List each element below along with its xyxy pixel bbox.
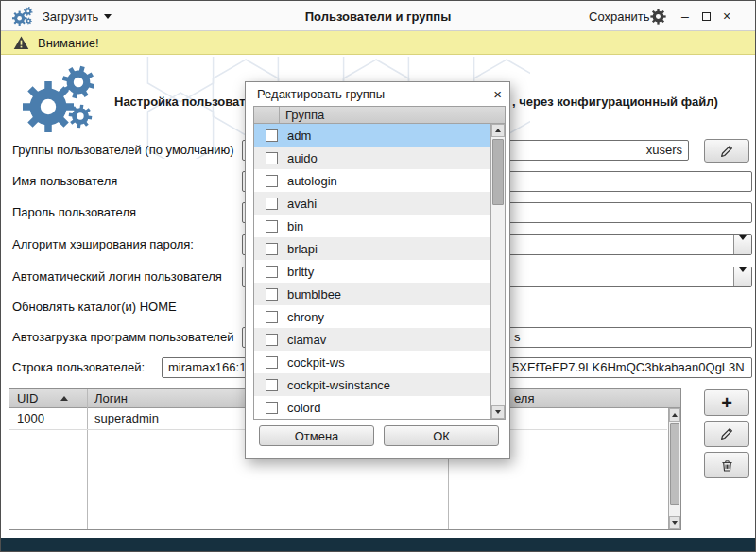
- ok-label: ОК: [433, 429, 450, 443]
- load-button[interactable]: Загрузить: [43, 1, 112, 31]
- ok-button[interactable]: ОК: [384, 425, 499, 446]
- settings-button[interactable]: [649, 1, 667, 31]
- group-row[interactable]: auido: [254, 147, 490, 169]
- minimize-button[interactable]: –: [676, 1, 695, 31]
- label-default-groups: Группы пользователей (по умолчанию): [12, 140, 234, 161]
- group-row[interactable]: chrony: [254, 305, 490, 328]
- app-gears-icon: [10, 1, 34, 31]
- close-icon: ×: [723, 9, 730, 24]
- group-row[interactable]: cockpit-wsinstance: [254, 373, 490, 396]
- group-checkbox[interactable]: [266, 243, 278, 255]
- group-checkbox[interactable]: [266, 379, 278, 391]
- group-checkbox[interactable]: [266, 356, 278, 369]
- hash-algorithm-dropdown-arrow[interactable]: [733, 235, 751, 254]
- group-checkbox[interactable]: [266, 288, 278, 301]
- groups-list: adm auido autologin avahi bin brlapi brl…: [254, 124, 490, 419]
- caret-up-icon: [672, 413, 678, 417]
- load-label: Загрузить: [43, 9, 98, 24]
- big-gears-icon: [16, 63, 99, 138]
- group-row[interactable]: colord: [254, 396, 490, 419]
- minimize-icon: –: [681, 9, 689, 24]
- table-vertical-scrollbar[interactable]: [668, 408, 680, 529]
- group-name: brltty: [287, 265, 314, 279]
- group-row[interactable]: adm: [254, 124, 490, 147]
- pencil-icon: [718, 425, 735, 442]
- header-login[interactable]: Логин: [94, 389, 128, 408]
- cancel-label: Отмена: [295, 429, 339, 443]
- label-password: Пароль пользователя: [12, 202, 136, 223]
- group-row[interactable]: avahi: [254, 192, 490, 215]
- close-button[interactable]: ×: [717, 1, 736, 31]
- header-username-tail[interactable]: еля: [514, 389, 534, 408]
- group-checkbox[interactable]: [266, 220, 278, 233]
- page-heading-right: , через конфигурационный файл): [512, 95, 718, 109]
- autostart-value-tail: s: [514, 328, 521, 347]
- maximize-button[interactable]: [696, 1, 715, 31]
- group-name: avahi: [287, 197, 317, 211]
- group-name: chrony: [287, 310, 324, 324]
- header-uid[interactable]: UID: [17, 389, 38, 408]
- window-title: Пользователи и группы: [305, 1, 452, 31]
- group-checkbox[interactable]: [266, 402, 278, 414]
- save-label: Сохранить: [589, 9, 650, 24]
- label-autologin: Автоматический логин пользователя: [12, 267, 222, 287]
- group-name: auido: [287, 151, 318, 165]
- delete-user-button[interactable]: [704, 452, 749, 478]
- group-checkbox[interactable]: [266, 311, 278, 323]
- column-divider: [87, 389, 88, 529]
- group-row[interactable]: brltty: [254, 260, 490, 283]
- edit-user-button[interactable]: [704, 421, 749, 447]
- group-row[interactable]: brlapi: [254, 237, 490, 260]
- cell-uid: 1000: [17, 408, 44, 429]
- warning-bar: Внимание!: [1, 31, 755, 55]
- group-row[interactable]: bumblbee: [254, 283, 490, 305]
- page-heading-left: Настройка пользовате: [114, 95, 252, 109]
- scroll-down-button[interactable]: [669, 516, 680, 529]
- groups-vertical-scrollbar[interactable]: [490, 124, 505, 419]
- autologin-dropdown-arrow[interactable]: [733, 267, 751, 286]
- group-checkbox[interactable]: [266, 175, 278, 187]
- user-string-left: miramax166:10: [168, 358, 253, 377]
- group-name: adm: [287, 129, 311, 143]
- group-row[interactable]: cockpit-ws: [254, 351, 490, 373]
- warning-triangle-icon: [12, 35, 30, 51]
- scroll-up-button[interactable]: [491, 124, 505, 137]
- group-row[interactable]: autologin: [254, 169, 490, 192]
- cell-login: superadmin: [94, 408, 159, 429]
- edit-groups-dialog: Редактировать группы × Группа adm auido …: [245, 81, 510, 459]
- caret-down-icon: [739, 235, 747, 240]
- cancel-button[interactable]: Отмена: [259, 425, 374, 446]
- dialog-close-button[interactable]: ×: [493, 82, 502, 106]
- group-row[interactable]: bin: [254, 215, 490, 237]
- caret-down-icon: [672, 521, 678, 525]
- group-name: colord: [287, 401, 320, 415]
- scrollbar-thumb[interactable]: [670, 423, 679, 505]
- maximize-icon: [702, 12, 711, 21]
- caret-down-icon: [495, 410, 501, 414]
- scroll-down-button[interactable]: [491, 405, 505, 419]
- sort-asc-icon[interactable]: [60, 396, 68, 401]
- group-checkbox[interactable]: [266, 152, 278, 164]
- add-user-button[interactable]: +: [704, 389, 749, 416]
- group-checkbox[interactable]: [266, 334, 278, 346]
- scroll-up-button[interactable]: [669, 408, 680, 422]
- trash-icon: [719, 457, 735, 474]
- edit-groups-button[interactable]: [704, 139, 749, 163]
- group-checkbox[interactable]: [266, 198, 278, 210]
- column-divider: [279, 107, 280, 123]
- scrollbar-thumb[interactable]: [492, 139, 504, 205]
- warning-text: Внимание!: [38, 36, 99, 50]
- group-name: bin: [287, 219, 303, 233]
- caret-down-icon: [104, 14, 112, 19]
- group-checkbox[interactable]: [266, 129, 278, 142]
- group-checkbox[interactable]: [266, 266, 278, 278]
- label-autostart: Автозагрузка программ пользователей: [12, 327, 233, 348]
- caret-down-icon: [739, 267, 747, 272]
- pencil-icon: [718, 143, 735, 160]
- group-name: clamav: [287, 333, 326, 347]
- label-hash-algorithm: Алгоритм хэширования пароля:: [12, 234, 194, 255]
- group-name: cockpit-wsinstance: [287, 378, 390, 392]
- bottom-status-bar: [1, 538, 755, 551]
- group-row[interactable]: clamav: [254, 328, 490, 351]
- label-username: Имя пользователя: [12, 171, 117, 192]
